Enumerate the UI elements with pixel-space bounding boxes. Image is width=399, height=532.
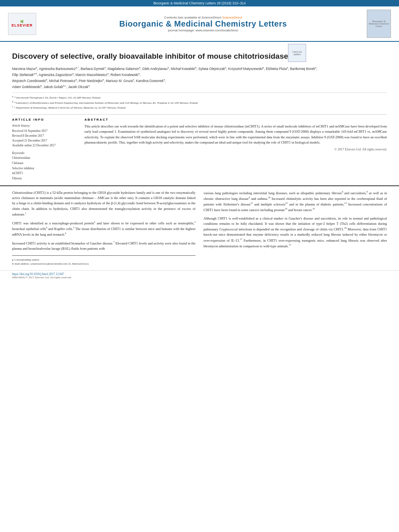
content-area: Discovery of selective, orally bioavaila… bbox=[0, 42, 399, 185]
author-22: Jacek Olczaka bbox=[68, 85, 90, 89]
sciencedirect-link[interactable]: ScienceDirect bbox=[222, 16, 242, 19]
email-note: E-mail address: a.bartoszewicz@oncotrend… bbox=[12, 262, 195, 266]
author-7: Sylwia Olejniczaka, bbox=[198, 67, 228, 71]
sciencedirect-notice: Contents lists available at ScienceDirec… bbox=[43, 16, 363, 19]
issn-notice: 0960-894X/© 2017 Elsevier Ltd. All right… bbox=[12, 276, 387, 279]
journal-title: Bioorganic & Medicinal Chemistry Letters bbox=[43, 19, 363, 29]
body-paragraph-2: CHIT1 was identified as a macrophage-pro… bbox=[12, 220, 195, 237]
journal-title-section: Contents lists available at ScienceDirec… bbox=[43, 16, 363, 32]
body-paragraph-3: Increased CHIT1 activity is an establish… bbox=[12, 240, 195, 251]
keywords-title: Keywords: bbox=[12, 151, 76, 155]
available-online-date: Available online 22 December 2017 bbox=[12, 143, 76, 148]
abstract-text: This article describes our work towards … bbox=[84, 124, 387, 145]
author-3: Barbara Dymeka, bbox=[80, 67, 107, 71]
doi-link[interactable]: https://doi.org/10.1016/j.bmcl.2017.12.0… bbox=[12, 272, 387, 276]
revised-date: Revised 8 December 2017 bbox=[12, 134, 76, 138]
keyword-2: Chitinase bbox=[12, 161, 76, 166]
journal-homepage: journal homepage: www.elsevier.com/locat… bbox=[43, 29, 363, 32]
author-10: Bartłomiej Boreka, bbox=[290, 67, 317, 71]
article-info-section: ARTICLE INFO Article history: Received 1… bbox=[12, 118, 76, 181]
author-19: Karolina Dzwoneka, bbox=[136, 79, 166, 83]
author-11: Filip Stefaniaka,b, bbox=[12, 73, 39, 77]
author-13: Marcin Mazurkiewicza, bbox=[76, 73, 111, 77]
author-16: Michał Piotrowicza, bbox=[49, 79, 79, 83]
affiliations: a ᵃ Oncotrendi Therapeutics SA, Żwirki i… bbox=[12, 92, 387, 110]
logo-image: 🌿 ELSEVIER bbox=[8, 13, 36, 35]
abstract-heading: ABSTRACT bbox=[84, 118, 387, 121]
check-updates-badge: Check forupdates bbox=[288, 44, 306, 62]
keywords-section: Keywords: Chitotriosidase Chitinase Sele… bbox=[12, 151, 76, 181]
body-paragraph-4: various lung pathologies including inter… bbox=[204, 190, 387, 213]
affiliation-a: a ᵃ Oncotrendi Therapeutics SA, Żwirki i… bbox=[12, 95, 387, 100]
title-row: Discovery of selective, orally bioavaila… bbox=[12, 46, 387, 66]
author-20: Adam Golebiowskia, bbox=[12, 85, 43, 89]
article-title: Discovery of selective, orally bioavaila… bbox=[12, 51, 288, 62]
author-6: Michał Kowalskia, bbox=[171, 67, 199, 71]
author-2: Agnieszka Bartoszewicza,*, bbox=[39, 67, 81, 71]
elsevier-logo: 🌿 ELSEVIER bbox=[8, 13, 36, 35]
author-8: Krzysztof Matyszewskia, bbox=[228, 67, 266, 71]
author-12: Agnieszka Zagozdzona, bbox=[39, 73, 76, 77]
journal-cover-thumbnail: Bioorganic & Medicinal Chemistry Letters bbox=[367, 10, 391, 38]
author-1: Marzena Mazura, bbox=[12, 67, 39, 71]
article-info-abstract: ARTICLE INFO Article history: Received 1… bbox=[12, 114, 387, 181]
keyword-4: mCHIT1 bbox=[12, 171, 76, 176]
author-21: Jakub Golaba,c, bbox=[43, 85, 68, 89]
author-14: Robert Koralewskia, bbox=[111, 73, 141, 77]
authors-list: Marzena Mazura, Agnieszka Bartoszewicza,… bbox=[12, 66, 387, 90]
keyword-5: Fibrosis bbox=[12, 176, 76, 181]
body-column-left: Chitotriosidase (CHIT1) is a 52-kDa prot… bbox=[12, 190, 195, 266]
copyright-notice: © 2017 Elsevier Ltd. All rights reserved… bbox=[84, 148, 387, 151]
body-column-right: various lung pathologies including inter… bbox=[204, 190, 387, 266]
main-body: Chitotriosidase (CHIT1) is a 52-kDa prot… bbox=[0, 185, 399, 270]
corresponding-author-note: ⁎ Corresponding author. bbox=[12, 258, 195, 262]
keyword-1: Chitotriosidase bbox=[12, 156, 76, 161]
journal-banner: Bioorganic & Medicinal Chemistry Letters… bbox=[0, 0, 399, 6]
accepted-date: Accepted 21 December 2017 bbox=[12, 138, 76, 143]
article-history-title: Article history: bbox=[12, 124, 76, 127]
author-18: Mariusz M. Gruzaa, bbox=[106, 79, 136, 83]
author-5: Gleb Andryianaua, bbox=[142, 67, 171, 71]
keyword-3: Selective inhibitor bbox=[12, 166, 76, 171]
author-9: Elżbieta Plutaa, bbox=[266, 67, 290, 71]
journal-citation: Bioorganic & Medicinal Chemistry Letters… bbox=[153, 1, 246, 5]
body-paragraph-1: Chitotriosidase (CHIT1) is a 52-kDa prot… bbox=[12, 190, 195, 217]
page-footer: https://doi.org/10.1016/j.bmcl.2017.12.0… bbox=[0, 270, 399, 281]
author-15: Wojciech Czestkowskia, bbox=[12, 79, 49, 83]
body-paragraph-5: Although CHIT1 is well-established as a … bbox=[204, 216, 387, 249]
abstract-section: ABSTRACT This article describes our work… bbox=[84, 118, 387, 181]
affiliation-b: b ᵇ Laboratory of Bioinformatics and Pro… bbox=[12, 100, 387, 105]
affiliation-c: c ᶜ Department of Immunology, Medical Un… bbox=[12, 105, 387, 110]
received-date: Received 16 September 2017 bbox=[12, 129, 76, 134]
footnote-area: ⁎ Corresponding author. E-mail address: … bbox=[12, 255, 195, 266]
journal-header: 🌿 ELSEVIER Contents lists available at S… bbox=[0, 6, 399, 42]
author-4: Magdalena Salamona, bbox=[108, 67, 142, 71]
article-info-heading: ARTICLE INFO bbox=[12, 118, 76, 121]
logo-graphic: 🌿 ELSEVIER bbox=[12, 20, 33, 27]
author-17: Piotr Niedziejkoa, bbox=[79, 79, 106, 83]
